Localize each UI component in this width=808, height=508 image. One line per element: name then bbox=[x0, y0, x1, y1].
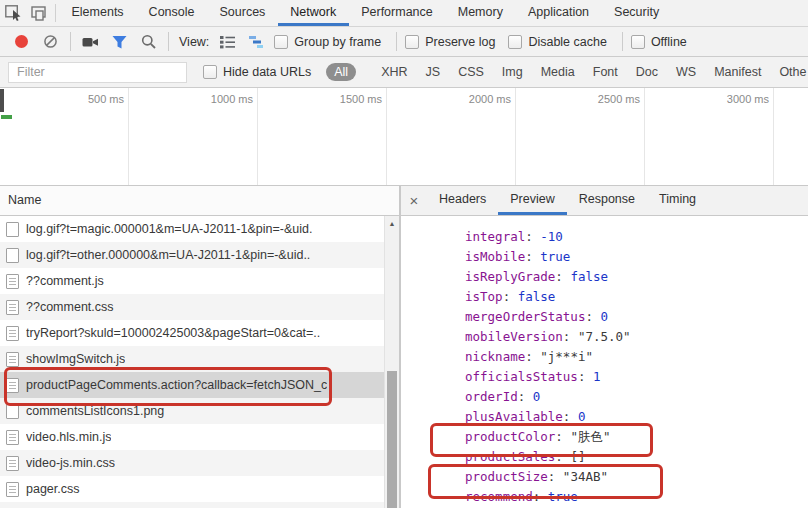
search-button[interactable] bbox=[137, 31, 159, 53]
filter-type-manifest[interactable]: Manifest bbox=[714, 65, 761, 79]
json-property-productSize: productSize"34AB" bbox=[465, 467, 808, 487]
use-large-rows-button[interactable] bbox=[216, 31, 238, 53]
tab-console[interactable]: Console bbox=[136, 0, 207, 26]
filter-type-font[interactable]: Font bbox=[593, 65, 618, 79]
devtools-window: Elements Console Sources Network Perform… bbox=[0, 0, 808, 508]
file-icon bbox=[6, 248, 19, 263]
inspect-cursor-icon bbox=[5, 5, 22, 21]
requests-scrollbar[interactable]: ▲ bbox=[384, 216, 399, 508]
scrollbar-thumb[interactable] bbox=[387, 371, 397, 508]
toolbar-divider bbox=[70, 32, 71, 51]
file-icon bbox=[6, 274, 19, 289]
file-icon bbox=[6, 378, 19, 393]
request-row[interactable]: showImgSwitch.js bbox=[0, 346, 384, 372]
request-row-productPageComments[interactable]: productPageComments.action?callback=fetc… bbox=[0, 372, 384, 398]
filter-type-all[interactable]: All bbox=[326, 63, 356, 81]
hide-data-urls-checkbox[interactable] bbox=[203, 65, 217, 79]
request-row[interactable]: commentsListIcons1.png bbox=[0, 398, 384, 424]
filter-type-other[interactable]: Othe bbox=[779, 65, 806, 79]
request-row[interactable]: video.hls.min.js bbox=[0, 424, 384, 450]
request-row[interactable]: pager.css bbox=[0, 476, 384, 502]
timeline-gridline bbox=[128, 88, 129, 185]
device-toolbar-button[interactable] bbox=[26, 0, 52, 26]
filter-type-doc[interactable]: Doc bbox=[636, 65, 658, 79]
preserve-log-checkbox[interactable] bbox=[405, 35, 419, 49]
filter-type-media[interactable]: Media bbox=[541, 65, 575, 79]
scroll-up-arrow-icon[interactable]: ▲ bbox=[385, 216, 399, 230]
toolbar-divider bbox=[396, 32, 397, 51]
tab-elements[interactable]: Elements bbox=[59, 0, 136, 26]
json-property-orderId: orderId0 bbox=[465, 387, 808, 407]
waterfall-icon bbox=[248, 35, 264, 49]
overview-dark-bar bbox=[0, 89, 4, 112]
file-icon bbox=[6, 456, 19, 471]
request-row[interactable]: log.gif?t=other.000000&m=UA-J2011-1&pin=… bbox=[0, 242, 384, 268]
request-row[interactable] bbox=[0, 502, 384, 508]
filter-type-ws[interactable]: WS bbox=[676, 65, 696, 79]
json-property-recommend: recommendtrue bbox=[465, 487, 808, 507]
group-by-frame-toggle[interactable]: Group by frame bbox=[274, 35, 381, 49]
requests-list: log.gif?t=magic.000001&m=UA-J2011-1&pin=… bbox=[0, 216, 384, 508]
name-column-header[interactable]: Name bbox=[0, 186, 399, 216]
record-button[interactable] bbox=[10, 31, 32, 53]
group-by-frame-checkbox[interactable] bbox=[274, 35, 288, 49]
tab-network[interactable]: Network bbox=[278, 0, 349, 26]
record-icon bbox=[15, 35, 28, 48]
timeline-tick-2000ms: 2000 ms bbox=[435, 93, 511, 105]
timeline-tick-3000ms: 3000 ms bbox=[693, 93, 769, 105]
request-row[interactable]: ??comment.css bbox=[0, 294, 384, 320]
view-label: View: bbox=[179, 35, 209, 49]
capture-screenshots-button[interactable] bbox=[79, 31, 101, 53]
preview-json-view: g[] integral-10 isMobiletrue isReplyGrad… bbox=[401, 216, 808, 507]
tab-preview[interactable]: Preview bbox=[498, 186, 566, 215]
clear-button[interactable] bbox=[39, 31, 61, 53]
file-icon bbox=[6, 430, 19, 445]
overview-request-bar bbox=[1, 115, 12, 119]
tab-security[interactable]: Security bbox=[602, 0, 672, 26]
network-overview-strip[interactable]: 500 ms 1000 ms 1500 ms 2000 ms 2500 ms 3… bbox=[0, 88, 808, 186]
toolbar-divider bbox=[622, 32, 623, 51]
tab-timing[interactable]: Timing bbox=[647, 186, 708, 215]
file-icon bbox=[6, 352, 19, 367]
filter-type-js[interactable]: JS bbox=[426, 65, 441, 79]
tab-response[interactable]: Response bbox=[567, 186, 647, 215]
preserve-log-toggle[interactable]: Preserve log bbox=[405, 35, 495, 49]
toolbar-divider bbox=[55, 4, 56, 22]
hide-data-urls-toggle[interactable]: Hide data URLs bbox=[203, 65, 311, 79]
offline-label: Offline bbox=[651, 35, 687, 49]
timeline-gridline bbox=[257, 88, 258, 185]
search-icon bbox=[141, 34, 156, 49]
disable-cache-toggle[interactable]: Disable cache bbox=[508, 35, 607, 49]
tab-memory[interactable]: Memory bbox=[445, 0, 515, 26]
disable-cache-checkbox[interactable] bbox=[508, 35, 522, 49]
filter-type-img[interactable]: Img bbox=[502, 65, 523, 79]
tab-sources[interactable]: Sources bbox=[207, 0, 278, 26]
request-row[interactable]: log.gif?t=magic.000001&m=UA-J2011-1&pin=… bbox=[0, 216, 384, 242]
show-overview-button[interactable] bbox=[245, 31, 267, 53]
filter-input[interactable] bbox=[8, 62, 187, 83]
timeline-tick-1000ms: 1000 ms bbox=[177, 93, 253, 105]
timeline-gridline bbox=[644, 88, 645, 185]
file-icon bbox=[6, 222, 19, 237]
timeline-tick-1500ms: 1500 ms bbox=[306, 93, 382, 105]
offline-checkbox[interactable] bbox=[631, 35, 645, 49]
tab-performance[interactable]: Performance bbox=[349, 0, 446, 26]
hide-data-urls-label: Hide data URLs bbox=[223, 65, 311, 79]
json-property-isMobile: isMobiletrue bbox=[465, 247, 808, 267]
timeline-gridline bbox=[773, 88, 774, 185]
offline-toggle[interactable]: Offline bbox=[631, 35, 687, 49]
json-property-officialsStatus: officialsStatus1 bbox=[465, 367, 808, 387]
tab-application[interactable]: Application bbox=[515, 0, 601, 26]
request-row[interactable]: tryReport?skuld=100002425003&pageStart=0… bbox=[0, 320, 384, 346]
tab-headers[interactable]: Headers bbox=[427, 186, 498, 215]
funnel-icon bbox=[112, 35, 127, 49]
inspect-element-button[interactable] bbox=[0, 0, 26, 26]
close-detail-button[interactable]: × bbox=[401, 186, 427, 215]
filter-type-xhr[interactable]: XHR bbox=[381, 65, 407, 79]
request-row[interactable]: ??comment.js bbox=[0, 268, 384, 294]
timeline-gridline bbox=[386, 88, 387, 185]
request-row[interactable]: video-js.min.css bbox=[0, 450, 384, 476]
json-property-nickname: nickname"j***i" bbox=[465, 347, 808, 367]
filter-type-css[interactable]: CSS bbox=[458, 65, 484, 79]
filter-button[interactable] bbox=[108, 31, 130, 53]
